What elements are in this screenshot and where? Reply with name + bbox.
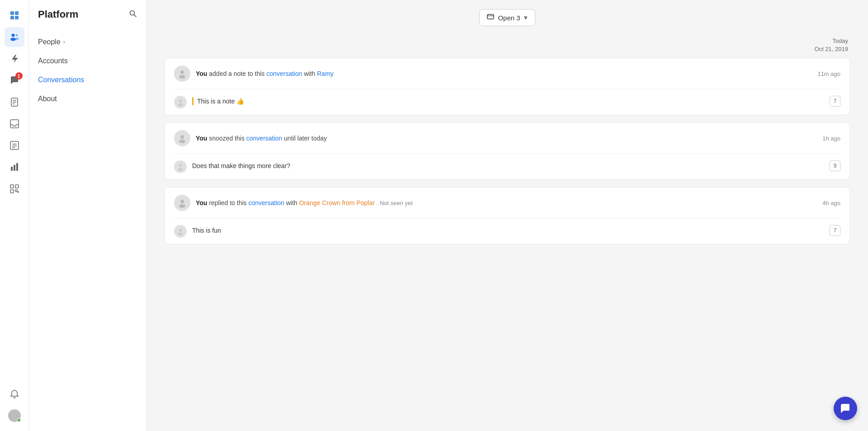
svg-rect-28 <box>487 14 494 19</box>
svg-rect-13 <box>10 141 19 150</box>
open-label: Open 3 <box>498 14 520 22</box>
date-label: Today Oct 21, 2019 <box>165 37 850 53</box>
activity-you-1: You <box>196 70 207 77</box>
activity-header-3: You replied to this conversation with Or… <box>165 187 849 218</box>
icon-sidebar: 1 <box>0 0 29 431</box>
bell-nav-icon[interactable] <box>5 384 24 404</box>
nav-sidebar: Platform People › Accounts Conversations… <box>29 0 146 431</box>
message-badge-3: 7 <box>830 225 840 236</box>
document-nav-icon[interactable] <box>5 92 24 112</box>
lightning-nav-icon[interactable] <box>5 49 24 69</box>
online-indicator <box>17 418 21 422</box>
svg-point-6 <box>15 34 18 37</box>
open-chevron: ▾ <box>524 14 528 22</box>
activity-conversation-link-3[interactable]: conversation <box>248 199 284 206</box>
list-nav-icon[interactable] <box>5 136 24 155</box>
svg-point-37 <box>180 200 184 203</box>
message-badge-1: 7 <box>830 96 840 107</box>
svg-rect-0 <box>10 11 14 15</box>
activity-conversation-link-2[interactable]: conversation <box>246 135 282 142</box>
message-avatar-1 <box>174 96 187 108</box>
svg-point-4 <box>11 34 14 37</box>
svg-point-36 <box>178 168 183 171</box>
activity-card-1: You added a note to this conversation wi… <box>165 58 850 115</box>
svg-rect-17 <box>11 167 13 171</box>
date-section: Today Oct 21, 2019 You added a note to t… <box>165 37 850 252</box>
message-content-3: This is fun 7 <box>192 225 840 236</box>
bar-chart-nav-icon[interactable] <box>5 157 24 177</box>
svg-rect-23 <box>15 190 17 192</box>
activity-card-2: You snoozed this conversation until late… <box>165 122 850 180</box>
activity-avatar-1 <box>174 66 190 82</box>
people-nav-icon[interactable] <box>5 27 24 47</box>
message-avatar-2 <box>174 160 187 173</box>
activity-time-2: 1h ago <box>822 135 840 142</box>
activity-text-2: You snoozed this conversation until late… <box>196 135 817 142</box>
svg-point-38 <box>179 204 185 208</box>
app-title: Platform <box>38 9 78 20</box>
activity-time-3: 4h ago <box>822 200 840 206</box>
grid-nav-icon[interactable] <box>5 5 24 25</box>
main-content: Open 3 ▾ Today Oct 21, 2019 You added a <box>146 0 868 431</box>
people-chevron: › <box>63 39 65 45</box>
message-content-2: Does that make things more clear? 9 <box>192 160 840 171</box>
activity-header-2: You snoozed this conversation until late… <box>165 123 849 154</box>
activity-conversation-link-1[interactable]: conversation <box>266 70 302 77</box>
chat-bubble-button[interactable] <box>834 397 857 420</box>
svg-point-32 <box>178 103 183 106</box>
nav-item-conversations[interactable]: Conversations <box>29 70 146 89</box>
apps-nav-icon[interactable] <box>5 179 24 199</box>
svg-point-30 <box>179 75 185 79</box>
svg-point-5 <box>10 38 16 41</box>
activity-header-1: You added a note to this conversation wi… <box>165 58 849 89</box>
activity-text-3: You replied to this conversation with Or… <box>196 199 817 206</box>
chat-nav-icon[interactable]: 1 <box>5 70 24 90</box>
top-bar: Open 3 ▾ <box>165 9 850 26</box>
svg-point-7 <box>15 38 19 40</box>
activity-you-2: You <box>196 135 207 142</box>
activity-avatar-2 <box>174 130 190 146</box>
svg-rect-20 <box>10 185 14 188</box>
svg-point-29 <box>180 70 184 74</box>
svg-line-27 <box>134 14 137 17</box>
svg-point-40 <box>178 233 183 235</box>
svg-rect-19 <box>16 163 18 171</box>
activity-message-1: This is a note 👍 7 <box>165 89 849 115</box>
svg-rect-1 <box>15 11 19 15</box>
activity-text-1: You added a note to this conversation wi… <box>196 70 812 77</box>
activity-you-3: You <box>196 199 207 206</box>
svg-rect-12 <box>10 120 19 128</box>
note-bar-1 <box>192 97 193 105</box>
activity-person-link-1[interactable]: Ramy <box>317 70 334 77</box>
open-filter-button[interactable]: Open 3 ▾ <box>479 9 535 26</box>
activity-message-2: Does that make things more clear? 9 <box>165 154 849 179</box>
activity-card-3: You replied to this conversation with Or… <box>165 187 850 244</box>
svg-point-33 <box>180 135 184 139</box>
message-content-1: This is a note 👍 7 <box>192 96 840 107</box>
nav-items: People › Accounts Conversations About <box>29 29 146 112</box>
user-avatar[interactable] <box>8 409 21 422</box>
svg-point-39 <box>179 229 182 232</box>
activity-avatar-3 <box>174 195 190 211</box>
svg-point-31 <box>179 100 182 103</box>
not-seen-label: . Not seen yet <box>377 200 413 206</box>
filter-icon <box>487 13 494 22</box>
nav-header: Platform <box>29 0 146 29</box>
nav-item-accounts[interactable]: Accounts <box>29 52 146 70</box>
svg-rect-3 <box>15 16 19 19</box>
svg-point-34 <box>179 140 185 143</box>
message-avatar-3 <box>174 225 187 238</box>
nav-item-people[interactable]: People › <box>29 33 146 52</box>
inbox-nav-icon[interactable] <box>5 114 24 134</box>
svg-rect-22 <box>10 190 14 193</box>
message-badge-2: 9 <box>830 160 840 171</box>
search-icon[interactable] <box>129 9 137 20</box>
activity-message-3: This is fun 7 <box>165 219 849 244</box>
activity-time-1: 11m ago <box>817 70 840 77</box>
svg-rect-2 <box>10 16 14 19</box>
nav-item-about[interactable]: About <box>29 89 146 108</box>
activity-person-link-3[interactable]: Orange Crown from Poplar <box>299 199 375 206</box>
chat-badge: 1 <box>15 72 23 80</box>
svg-rect-18 <box>14 165 15 171</box>
svg-point-35 <box>179 164 182 167</box>
